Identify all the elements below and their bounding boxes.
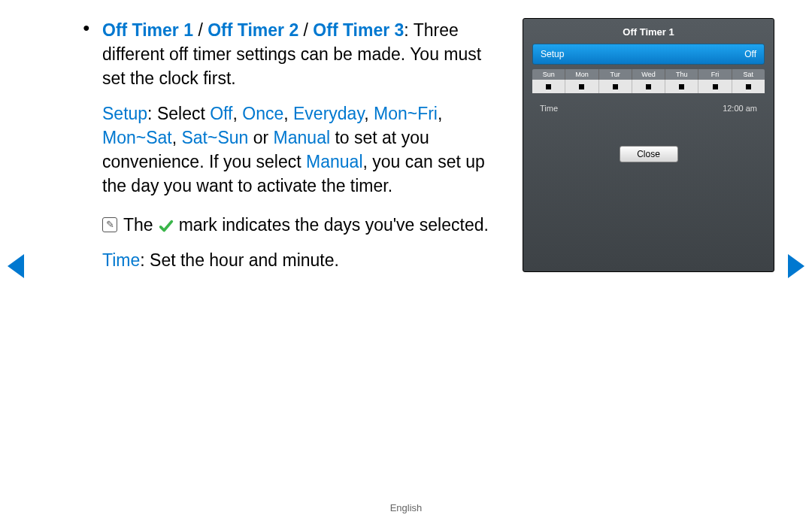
time-row-value: 12:00 am [723,104,757,113]
day-selected-icon [679,84,684,89]
off-timer-panel: Off Timer 1 Setup Off Sun Mon Tur Wed Th… [523,18,774,272]
day-selected-icon [713,84,718,89]
day-cell [732,80,765,93]
days-header: Sun Mon Tur Wed Thu Fri Sat [532,69,765,80]
time-term: Time [102,250,140,270]
day-selected-icon [546,84,551,89]
time-row-label: Time [540,104,558,113]
next-page-arrow[interactable] [788,254,804,278]
day-selected-icon [746,84,751,89]
panel-title: Off Timer 1 [532,26,765,38]
off-timer-1-label: Off Timer 1 [102,20,193,40]
help-text: Off Timer 1 / Off Timer 2 / Off Timer 3:… [83,18,500,272]
close-button[interactable]: Close [620,146,678,162]
days-cells[interactable] [532,80,765,93]
day-cell [665,80,698,93]
page-language: English [0,502,812,513]
day-selected-icon [646,84,651,89]
day-cell [698,80,732,93]
day-cell [532,80,565,93]
prev-page-arrow[interactable] [8,254,24,278]
time-row[interactable]: Time 12:00 am [532,93,765,113]
off-timer-2-label: Off Timer 2 [208,20,298,40]
setup-row[interactable]: Setup Off [532,44,765,65]
day-selected-icon [579,84,584,89]
checkmark-icon [158,217,174,233]
setup-row-value: Off [744,49,756,59]
day-selected-icon [613,84,618,89]
setup-row-label: Setup [541,49,564,59]
note-icon: ✎ [102,217,117,232]
day-cell [565,80,598,93]
off-timer-3-label: Off Timer 3 [313,20,404,40]
day-cell [599,80,632,93]
setup-term: Setup [102,104,147,123]
day-cell [632,80,665,93]
